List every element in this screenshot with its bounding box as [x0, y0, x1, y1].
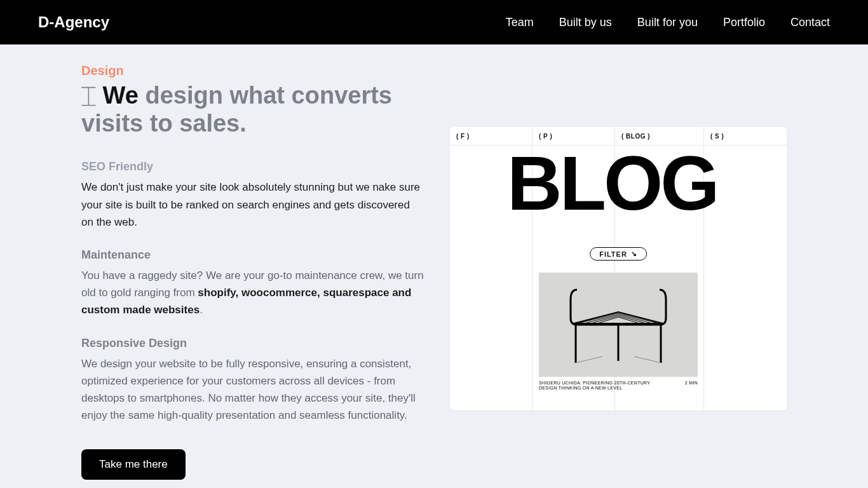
nav-contact[interactable]: Contact: [790, 16, 830, 29]
blog-card-meta: SHIGERU UCHIDA: PIONEERING 20TH-CENTURY …: [539, 381, 698, 391]
nav-portfolio[interactable]: Portfolio: [723, 16, 765, 29]
feature-maintenance-body-post: .: [200, 304, 203, 316]
site-header: D-Agency Team Built by us Built for you …: [0, 0, 868, 44]
feature-maintenance-body: You have a raggedy site? We are your go-…: [81, 267, 424, 319]
svg-line-2: [593, 316, 618, 323]
arrow-down-right-icon: ↘: [631, 250, 637, 258]
primary-nav: Team Built by us Built for you Portfolio…: [506, 16, 830, 29]
feature-responsive-title: Responsive Design: [81, 337, 424, 350]
section-eyebrow: Design: [81, 64, 424, 78]
svg-line-6: [618, 316, 644, 323]
feature-maintenance: Maintenance You have a raggedy site? We …: [81, 248, 424, 319]
content-column: Design ⌶ We design what converts visits …: [81, 64, 424, 480]
feature-seo-body: We don't just make your site look absolu…: [81, 179, 424, 231]
blog-card-image: [539, 273, 698, 377]
hero-typed-word: We: [103, 82, 139, 109]
blog-card-title: SHIGERU UCHIDA: PIONEERING 20TH-CENTURY …: [539, 381, 653, 391]
svg-line-11: [576, 356, 602, 363]
hero-headline: ⌶ We design what converts visits to sale…: [81, 82, 424, 137]
nav-team[interactable]: Team: [506, 16, 534, 29]
nav-built-for-you[interactable]: Built for you: [637, 16, 698, 29]
feature-seo: SEO Friendly We don't just make your sit…: [81, 160, 424, 231]
nav-built-by-us[interactable]: Built by us: [559, 16, 612, 29]
feature-seo-title: SEO Friendly: [81, 160, 424, 173]
brand-logo[interactable]: D-Agency: [38, 13, 109, 31]
portfolio-slide: ( F ) ( P ) ( BLOG ) ( S ) BLOG FILTER ↘: [450, 127, 787, 410]
cta-button[interactable]: Take me there: [81, 449, 186, 480]
slide-headline: BLOG: [507, 139, 717, 227]
typing-cursor-icon: ⌶: [81, 82, 103, 109]
filter-label: FILTER: [599, 250, 627, 258]
feature-maintenance-title: Maintenance: [81, 248, 424, 262]
filter-button[interactable]: FILTER ↘: [590, 247, 647, 261]
showcase-column: ( F ) ( P ) ( BLOG ) ( S ) BLOG FILTER ↘: [450, 64, 830, 480]
svg-line-12: [634, 356, 661, 363]
feature-responsive: Responsive Design We design your website…: [81, 337, 424, 424]
main-content: Design ⌶ We design what converts visits …: [0, 44, 868, 480]
blog-card[interactable]: SHIGERU UCHIDA: PIONEERING 20TH-CENTURY …: [539, 273, 698, 391]
chair-icon: [564, 283, 672, 366]
blog-card-readtime: 2 MIN: [685, 381, 698, 386]
feature-responsive-body: We design your website to be fully respo…: [81, 355, 424, 424]
slide-body: BLOG FILTER ↘: [450, 145, 787, 410]
